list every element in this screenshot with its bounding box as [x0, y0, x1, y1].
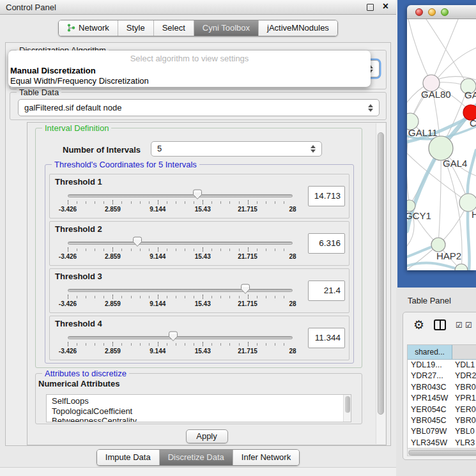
tick-label: 2.859 [105, 206, 121, 213]
column-header-shared[interactable]: shared... [408, 345, 452, 359]
tab-impute-data[interactable]: Impute Data [97, 450, 159, 465]
tab-select[interactable]: Select [153, 20, 194, 36]
dropdown-placeholder: Select algorithm to view settings [8, 54, 371, 63]
split-columns-icon[interactable] [434, 319, 446, 330]
tab-cyni-toolbox[interactable]: Cyni Toolbox [194, 20, 258, 36]
tab-discretize-data[interactable]: Discretize Data [159, 450, 233, 465]
slider-minor-ticks [68, 201, 293, 204]
minimize-traffic-light-icon[interactable] [428, 8, 436, 16]
table-data-value: galFiltered.sif default node [24, 103, 121, 112]
table-row[interactable]: YDL19...YDL1 [408, 360, 476, 371]
dropdown-option-equal-width[interactable]: Equal Width/Frequency Discretization [10, 76, 149, 86]
cell-name[interactable]: YDR2 [452, 371, 476, 381]
network-edge[interactable] [408, 19, 431, 83]
table-row[interactable]: YER054CYER0 [408, 404, 476, 415]
tick-label: 15.43 [195, 253, 211, 260]
tick-label: 9.144 [150, 253, 165, 260]
slider-track[interactable] [68, 289, 293, 292]
slider-track[interactable] [68, 242, 293, 245]
table-horizontal-scrollbar[interactable] [407, 448, 476, 456]
table-row[interactable]: YDR27...YDR2 [408, 371, 476, 381]
cell-name[interactable]: YER0 [452, 404, 476, 415]
threshold-slider[interactable]: -3.4262.8599.14415.4321.71528 [68, 286, 293, 311]
column-header-name[interactable]: n [452, 345, 476, 359]
table-row[interactable]: YBR045CYBR0 [408, 415, 476, 426]
table-data-group: Table Data galFiltered.sif default node [10, 92, 387, 120]
slider-thumb[interactable] [240, 284, 250, 295]
cell-name[interactable]: YBL0 [452, 426, 476, 437]
cell-shared-name[interactable]: YBR045C [408, 415, 452, 426]
network-node[interactable] [455, 264, 468, 270]
cell-name[interactable]: YPR1 [452, 393, 476, 404]
threshold-value-field[interactable]: 6.316 [308, 233, 345, 254]
cell-shared-name[interactable]: YER054C [408, 404, 452, 415]
table-row[interactable]: YBR043CYBR0 [408, 382, 476, 393]
attribute-list-item[interactable]: BetweennessCentrality [52, 416, 351, 422]
network-view-frame: GAL80GACGAL11GAL4GCY1HHAP2 [397, 0, 476, 288]
network-node-gal4[interactable] [429, 136, 453, 160]
cell-shared-name[interactable]: YPR145W [408, 393, 452, 404]
table-row[interactable]: YPR145WYPR1 [408, 393, 476, 404]
cell-shared-name[interactable]: YDR27... [408, 371, 452, 381]
threshold-slider[interactable]: -3.4262.8599.14415.4321.71528 [68, 333, 293, 358]
tab-network[interactable]: Network [59, 20, 118, 36]
settings-vertical-scrollbar[interactable] [376, 123, 385, 444]
cell-shared-name[interactable]: YDL19... [408, 360, 452, 371]
attribute-list-item[interactable]: SelfLoops [52, 396, 351, 406]
number-of-intervals-combobox[interactable]: 5 [151, 141, 322, 157]
algorithm-dropdown-popup: Select algorithm to view settings Manual… [8, 50, 371, 87]
cell-name[interactable]: YLR3 [452, 438, 476, 449]
gear-icon[interactable]: ⚙ [413, 318, 424, 332]
zoom-traffic-light-icon[interactable] [441, 8, 449, 16]
checkbox-icon[interactable]: ☑ [456, 321, 463, 330]
slider-thumb[interactable] [192, 189, 203, 200]
cell-name[interactable]: YDL1 [452, 360, 476, 371]
cell-shared-name[interactable]: YBL079W [408, 426, 452, 437]
network-edge[interactable] [438, 148, 441, 245]
cell-shared-name[interactable]: YBR043C [408, 382, 452, 393]
tick-label: 28 [289, 206, 296, 213]
table-row[interactable]: YBL079WYBL0 [408, 426, 476, 437]
network-node-label: H [472, 209, 476, 220]
slider-track[interactable] [68, 336, 293, 339]
network-edge-thick[interactable] [407, 263, 461, 270]
dropdown-option-manual[interactable]: Manual Discretization [10, 66, 96, 75]
slider-track[interactable] [68, 194, 293, 197]
network-node-hap2[interactable] [431, 238, 445, 252]
tab-style[interactable]: Style [118, 20, 153, 36]
panel-title: Control Panel [6, 3, 56, 12]
slider-thumb[interactable] [132, 236, 142, 247]
table-rows: YDL19...YDL1YDR27...YDR2YBR043CYBR0YPR14… [408, 360, 476, 451]
combo-stepper-icon [309, 142, 317, 156]
close-traffic-light-icon[interactable] [415, 8, 423, 16]
footer-strip [0, 467, 396, 476]
tick-label: 2.859 [105, 253, 121, 260]
tab-jactivemnodules[interactable]: jActiveMNodules [258, 20, 337, 36]
close-icon[interactable]: × [383, 1, 388, 12]
tab-infer-network[interactable]: Infer Network [233, 450, 299, 465]
threshold-value-field[interactable]: 11.344 [308, 328, 345, 348]
node-table[interactable]: shared... n YDL19...YDL1YDR27...YDR2YBR0… [407, 344, 476, 452]
attributes-scrollbar[interactable] [343, 395, 351, 422]
cell-shared-name[interactable]: YLR345W [408, 438, 452, 449]
threshold-row: Threshold 1-3.4262.8599.14415.4321.71528… [49, 174, 349, 219]
threshold-slider[interactable]: -3.4262.8599.14415.4321.71528 [68, 191, 293, 217]
threshold-value-field[interactable]: 14.713 [308, 186, 345, 206]
cell-name[interactable]: YBR0 [452, 415, 476, 426]
numerical-attributes-list[interactable]: SelfLoopsTopologicalCoefficientBetweenne… [46, 394, 351, 422]
threshold-slider[interactable]: -3.4262.8599.14415.4321.71528 [68, 238, 293, 264]
threshold-value-field[interactable]: 21.4 [308, 280, 345, 301]
table-header-row: shared... n [408, 345, 476, 360]
network-canvas[interactable]: GAL80GACGAL11GAL4GCY1HHAP2 [407, 19, 476, 270]
checkbox-icon[interactable]: ☑ [465, 321, 472, 330]
float-window-icon[interactable] [367, 4, 374, 11]
table-toolbar: ⚙ ☑ ☑ [403, 312, 476, 341]
table-row[interactable]: YLR345WYLR3 [408, 438, 476, 449]
network-edge[interactable] [431, 19, 458, 83]
cell-name[interactable]: YBR0 [452, 382, 476, 393]
attribute-list-item[interactable]: TopologicalCoefficient [52, 406, 351, 417]
slider-thumb[interactable] [168, 331, 178, 342]
tab-network-label: Network [79, 23, 109, 33]
table-data-combobox[interactable]: galFiltered.sif default node [18, 99, 380, 116]
apply-button[interactable]: Apply [186, 429, 228, 443]
